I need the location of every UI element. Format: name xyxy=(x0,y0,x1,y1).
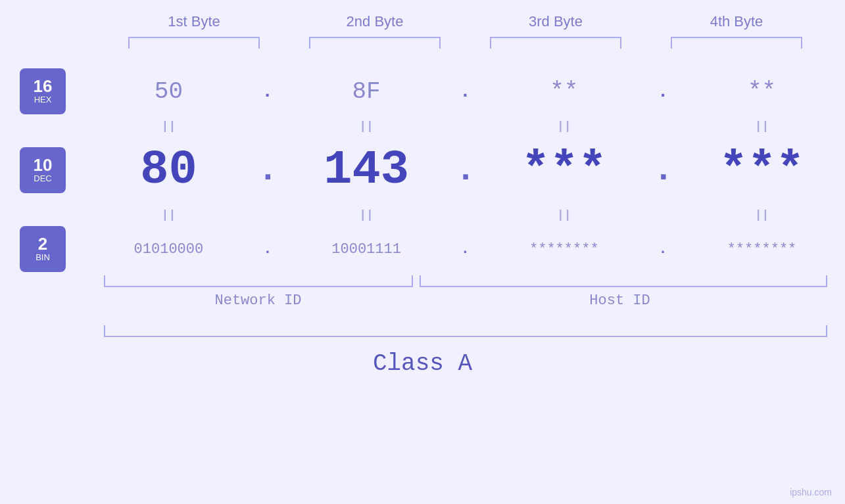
bin-cells: 01010000 . 10001111 . ******** . *******… xyxy=(85,241,845,258)
hex-cells: 50 . 8F . ** . ** xyxy=(85,78,845,105)
badges-column: 16 HEX 10 DEC 2 BIN xyxy=(0,68,85,272)
host-id-label: Host ID xyxy=(413,292,827,309)
hex-cell-2: 8F xyxy=(289,78,444,105)
bracket-top-4 xyxy=(671,37,802,49)
eq2-cell-3: || xyxy=(487,208,641,221)
hex-badge-number: 16 xyxy=(34,78,53,95)
hex-val-3: ** xyxy=(487,78,641,105)
bin-dot-1: . xyxy=(258,241,278,258)
eq1-cell-1: || xyxy=(91,120,246,133)
eq2-cell-2: || xyxy=(289,208,444,221)
byte1-label: 1st Byte xyxy=(122,13,266,30)
dec-badge: 10 DEC xyxy=(20,147,66,193)
attribution: ipshu.com xyxy=(790,487,832,497)
hex-badge-type: HEX xyxy=(34,95,52,105)
id-labels: Network ID Host ID xyxy=(104,292,827,309)
byte2-label: 2nd Byte xyxy=(302,13,447,30)
hex-dot-2: . xyxy=(455,81,475,102)
dec-dot-3: . xyxy=(653,151,673,190)
eq2-cells: || || || || xyxy=(85,208,845,221)
bottom-brackets xyxy=(104,275,827,287)
dec-badge-type: DEC xyxy=(34,173,51,184)
bottom-section: Network ID Host ID xyxy=(104,275,827,309)
hex-val-2: 8F xyxy=(289,78,444,105)
byte3-label: 3rd Byte xyxy=(483,13,628,30)
eq1-cell-2: || xyxy=(289,120,444,133)
rows-wrapper: 16 HEX 10 DEC 2 BIN xyxy=(0,68,845,272)
bin-val-3: ******** xyxy=(487,241,641,258)
hex-badge-row: 16 HEX xyxy=(20,68,66,114)
hex-cell-3: ** xyxy=(487,78,641,105)
full-bottom-bracket xyxy=(104,325,827,337)
class-label: Class A xyxy=(0,350,845,377)
bin-badge-type: BIN xyxy=(36,252,50,263)
dec-badge-number: 10 xyxy=(34,156,53,173)
equals-row-2: || || || || xyxy=(85,203,845,226)
hex-val-1: 50 xyxy=(91,78,246,105)
bin-val-1: 01010000 xyxy=(91,241,246,258)
main-container: 1st Byte 2nd Byte 3rd Byte 4th Byte 16 H… xyxy=(0,0,845,504)
bin-dot-3: . xyxy=(653,241,673,258)
dec-cell-1: 80 xyxy=(91,147,246,194)
dec-dot-2: . xyxy=(455,151,475,190)
dec-dot-1: . xyxy=(258,151,278,190)
dec-val-3: *** xyxy=(487,147,641,194)
bracket-top-3 xyxy=(490,37,621,49)
dec-val-2: 143 xyxy=(289,147,444,194)
hex-badge: 16 HEX xyxy=(20,68,66,114)
dec-val-1: 80 xyxy=(91,147,246,194)
dec-badge-row: 10 DEC xyxy=(20,137,66,203)
dec-cell-2: 143 xyxy=(289,147,444,194)
hex-val-4: ** xyxy=(685,78,839,105)
data-columns: 50 . 8F . ** . ** xyxy=(85,68,845,272)
hex-dot-3: . xyxy=(653,81,673,102)
bin-badge-number: 2 xyxy=(38,235,47,252)
eq1-cell-4: || xyxy=(685,120,839,133)
bin-cell-3: ******** xyxy=(487,241,641,258)
bin-display-row: 01010000 . 10001111 . ******** . *******… xyxy=(85,226,845,272)
equals-row-1: || || || || xyxy=(85,114,845,137)
eq2-cell-1: || xyxy=(91,208,246,221)
bracket-top-2 xyxy=(309,37,441,49)
bin-badge-row: 2 BIN xyxy=(20,226,66,272)
network-id-label: Network ID xyxy=(104,292,413,309)
dec-display-row: 80 . 143 . *** . *** xyxy=(85,137,845,203)
bin-val-2: 10001111 xyxy=(289,241,444,258)
dec-val-4: *** xyxy=(685,147,839,194)
dec-cells: 80 . 143 . *** . *** xyxy=(85,147,845,194)
hex-display-row: 50 . 8F . ** . ** xyxy=(85,68,845,114)
bin-dot-2: . xyxy=(455,241,475,258)
bracket-bottom-network xyxy=(104,275,413,287)
byte4-label: 4th Byte xyxy=(664,13,809,30)
hex-dot-1: . xyxy=(258,81,278,102)
bin-val-4: ******** xyxy=(685,241,839,258)
dec-cell-4: *** xyxy=(685,147,839,194)
eq1-cells: || || || || xyxy=(85,120,845,133)
eq1-cell-3: || xyxy=(487,120,641,133)
bracket-top-1 xyxy=(128,37,260,49)
hex-cell-4: ** xyxy=(685,78,839,105)
hex-cell-1: 50 xyxy=(91,78,246,105)
bin-badge: 2 BIN xyxy=(20,226,66,272)
bracket-bottom-host xyxy=(420,275,827,287)
eq2-cell-4: || xyxy=(685,208,839,221)
top-brackets xyxy=(104,37,827,49)
bin-cell-4: ******** xyxy=(685,241,839,258)
bin-cell-1: 01010000 xyxy=(91,241,246,258)
dec-cell-3: *** xyxy=(487,147,641,194)
byte-headers: 1st Byte 2nd Byte 3rd Byte 4th Byte xyxy=(104,13,827,30)
bin-cell-2: 10001111 xyxy=(289,241,444,258)
